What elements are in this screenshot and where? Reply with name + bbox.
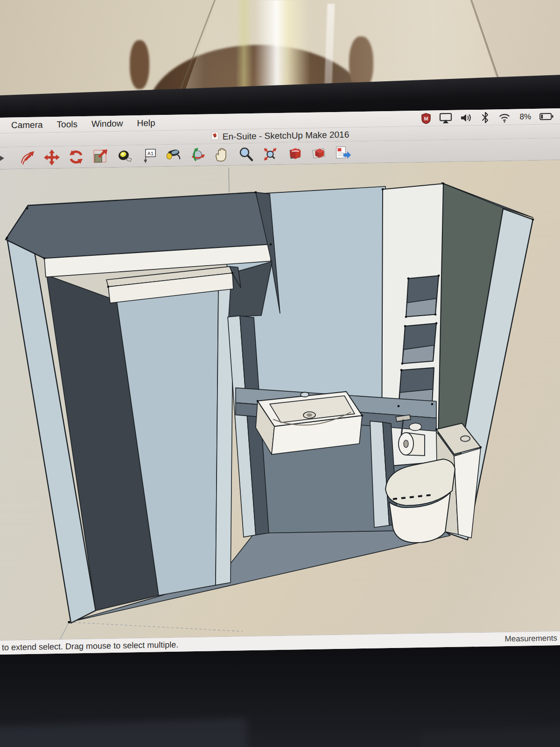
menu-window[interactable]: Window [91, 118, 123, 129]
ensuite-3d-model [0, 160, 560, 640]
move-tool-icon[interactable] [44, 148, 60, 167]
text-tool-icon[interactable]: A1 [141, 146, 157, 165]
model-canvas[interactable] [0, 160, 560, 640]
share-model-tool-icon[interactable] [311, 143, 327, 162]
window-title: En-Suite - SketchUp Make 2016 [223, 129, 349, 142]
svg-text:M: M [424, 115, 428, 121]
menu-camera[interactable]: Camera [11, 120, 43, 130]
airplay-icon[interactable] [439, 112, 452, 124]
mcafee-shield-icon[interactable]: M [421, 113, 431, 124]
select-tool-partial-icon[interactable] [0, 149, 6, 168]
volume-icon[interactable] [460, 112, 473, 123]
model-sink [256, 391, 362, 455]
follow-me-tool-icon[interactable] [20, 148, 35, 168]
status-hint: t to extend select. Drag mouse to select… [0, 640, 178, 652]
send-to-layout-tool-icon[interactable] [335, 143, 351, 162]
laptop-screen: Camera Tools Window Help M [0, 108, 560, 655]
sketchup-document-icon [211, 131, 219, 142]
scale-tool-icon[interactable] [92, 147, 108, 166]
battery-percentage: 8% [519, 112, 531, 121]
measurements-box[interactable]: Measurements [505, 634, 560, 644]
wood-knob-left [130, 40, 149, 89]
menu-help[interactable]: Help [137, 118, 155, 128]
tape-measure-tool-icon[interactable] [117, 147, 133, 166]
menu-tools[interactable]: Tools [57, 119, 77, 130]
zoom-tool-icon[interactable] [238, 145, 254, 164]
paint-bucket-tool-icon[interactable] [165, 146, 181, 165]
zoom-extents-tool-icon[interactable] [262, 144, 278, 163]
wifi-icon[interactable] [497, 111, 511, 122]
bluetooth-icon[interactable] [481, 111, 490, 123]
pan-tool-icon[interactable] [214, 145, 230, 164]
svg-text:A1: A1 [147, 151, 154, 156]
rotate-tool-icon[interactable] [68, 148, 84, 167]
orbit-tool-icon[interactable] [189, 146, 205, 165]
battery-icon[interactable] [539, 110, 554, 123]
get-models-tool-icon[interactable] [287, 144, 302, 163]
